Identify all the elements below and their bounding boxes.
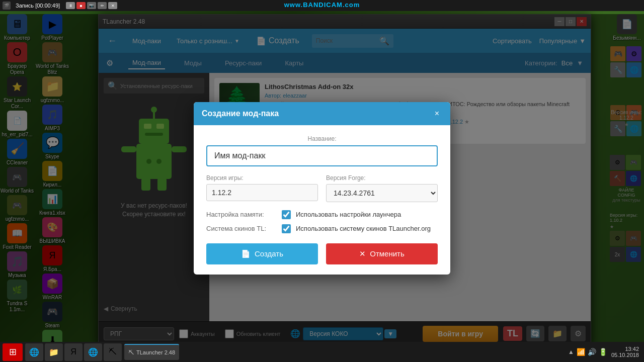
taskbar-mc[interactable]: ⛏ <box>104 343 122 361</box>
taskbar-time: 13:42 05.10.2018 <box>611 346 639 358</box>
bandicam-icon: 🎬 <box>3 2 11 10</box>
start-icon: ⊞ <box>9 346 17 357</box>
modal-close-button[interactable]: × <box>432 108 442 119</box>
create-icon: 📄 <box>241 249 251 258</box>
create-button[interactable]: 📄 Создать <box>206 243 318 264</box>
forge-version-label: Версия Forge: <box>326 174 438 182</box>
start-button[interactable]: ⊞ <box>3 343 23 361</box>
tray-power: 🔋 <box>599 348 607 356</box>
taskbar-app-tlauncher[interactable]: ⛏ TLauncher 2.48 <box>124 344 179 360</box>
name-input[interactable] <box>206 145 438 166</box>
recording-bar: 🎬 Запись [00:00:49] ⏸ ■ 📷 ✏ ✕ www.BANDIC… <box>0 0 644 11</box>
taskbar-ie[interactable]: 🌐 <box>25 343 43 361</box>
name-label: Название: <box>206 135 438 142</box>
memory-label: Настройка памяти: <box>206 211 277 218</box>
bandicam-url: www.BANDICAM.com <box>284 1 360 9</box>
taskbar: ⊞ 🌐 📁 Я 🌐 ⛏ ⛏ TLauncher 2.48 ▲ 📶 🔊 🔋 13:… <box>0 342 644 362</box>
skins-row: Система скинов TL: Использовать систему … <box>206 224 438 233</box>
screenshot-button[interactable]: 📷 <box>87 2 96 9</box>
memory-row: Настройка памяти: Использовать настройки… <box>206 210 438 219</box>
tray-volume[interactable]: 🔊 <box>588 348 596 356</box>
version-row: Версия игры: Версия Forge: 14.23.4.2761 <box>206 174 438 202</box>
system-tray: ▲ 📶 🔊 🔋 <box>568 348 607 356</box>
date-display: 05.10.2018 <box>611 352 639 358</box>
recording-icons: 🎬 Запись [00:00:49] ⏸ ■ 📷 ✏ ✕ <box>3 2 117 10</box>
taskbar-explorer[interactable]: 📁 <box>45 343 63 361</box>
taskbar-right: ▲ 📶 🔊 🔋 13:42 05.10.2018 <box>568 346 641 358</box>
taskbar-yandex[interactable]: Я <box>64 343 83 361</box>
stop-button[interactable]: ■ <box>76 2 86 9</box>
app-icon: ⛏ <box>128 349 134 355</box>
rec-close-button[interactable]: ✕ <box>108 2 117 9</box>
tray-expand[interactable]: ▲ <box>568 348 574 355</box>
modal-buttons: 📄 Создать ✕ Отменить <box>206 243 438 264</box>
taskbar-chrome[interactable]: 🌐 <box>84 343 102 361</box>
cancel-button[interactable]: ✕ Отменить <box>326 243 438 264</box>
draw-button[interactable]: ✏ <box>98 2 107 9</box>
skins-label: Система скинов TL: <box>206 225 277 232</box>
cancel-icon: ✕ <box>359 249 366 258</box>
forge-version-select[interactable]: 14.23.4.2761 <box>326 184 438 202</box>
taskbar-apps: ⛏ TLauncher 2.48 <box>124 344 179 360</box>
forge-version-field: Версия Forge: 14.23.4.2761 <box>326 174 438 202</box>
time-display: 13:42 <box>611 346 639 352</box>
recording-timer: Запись [00:00:49] <box>16 3 60 9</box>
tray-network: 📶 <box>577 348 585 356</box>
modal-overlay: Создание мод-пака × Название: Версия игр… <box>0 14 644 362</box>
modal-header: Создание мод-пака × <box>194 102 450 125</box>
rec-controls: ⏸ ■ 📷 ✏ ✕ <box>66 2 117 9</box>
taskbar-quicklaunch: 🌐 📁 Я 🌐 ⛏ <box>25 343 122 361</box>
desktop: 🎬 Запись [00:00:49] ⏸ ■ 📷 ✏ ✕ www.BANDIC… <box>0 0 644 362</box>
skins-checkbox[interactable] <box>282 224 291 233</box>
create-label: Создать <box>255 249 283 258</box>
modal-title: Создание мод-пака <box>202 109 279 118</box>
game-version-field: Версия игры: <box>206 174 318 202</box>
cancel-label: Отменить <box>370 249 405 258</box>
app-label: TLauncher 2.48 <box>136 349 175 355</box>
create-modpack-modal: Создание мод-пака × Название: Версия игр… <box>194 102 450 275</box>
memory-checkbox[interactable] <box>282 210 291 219</box>
skins-value: Использовать систему скинов TLauncher.or… <box>296 225 431 232</box>
modal-body: Название: Версия игры: Версия Forge: 14.… <box>194 125 450 275</box>
game-version-label: Версия игры: <box>206 174 318 182</box>
game-version-input[interactable] <box>206 184 318 201</box>
memory-value: Использовать настройки лаунчера <box>296 211 401 218</box>
pause-button[interactable]: ⏸ <box>66 2 75 9</box>
